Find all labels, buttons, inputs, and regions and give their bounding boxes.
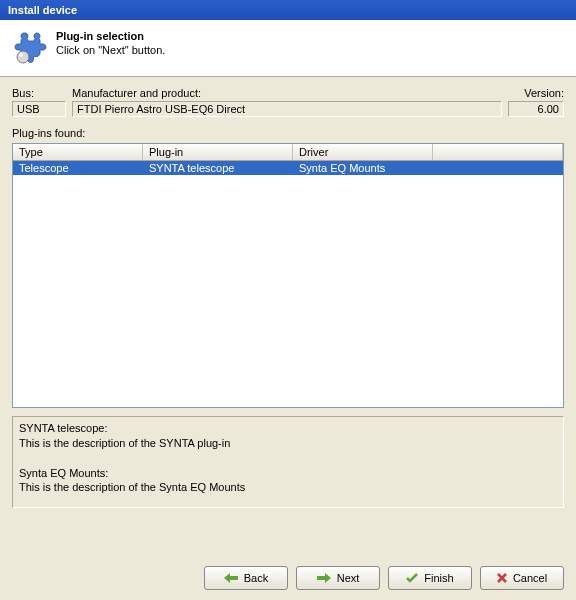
header-heading: Plug-in selection: [56, 30, 165, 42]
back-button[interactable]: Back: [204, 566, 288, 590]
next-label: Next: [337, 572, 360, 584]
cell-plugin: SYNTA telescope: [143, 161, 293, 175]
finish-button[interactable]: Finish: [388, 566, 472, 590]
plugins-table[interactable]: Type Plug-in Driver Telescope SYNTA tele…: [12, 143, 564, 408]
description-box: SYNTA telescope: This is the description…: [12, 416, 564, 508]
next-button[interactable]: Next: [296, 566, 380, 590]
device-info: Bus: Manufacturer and product: Version: …: [12, 87, 564, 117]
bus-value: USB: [12, 101, 66, 117]
arrow-left-icon: [224, 573, 238, 583]
table-header: Type Plug-in Driver: [13, 144, 563, 161]
version-label: Version:: [508, 87, 564, 99]
plugin-icon: [12, 30, 48, 66]
cancel-label: Cancel: [513, 572, 547, 584]
svg-point-0: [17, 51, 29, 63]
cancel-button[interactable]: Cancel: [480, 566, 564, 590]
table-row[interactable]: Telescope SYNTA telescope Synta EQ Mount…: [13, 161, 563, 175]
manufacturer-value: FTDI Pierro Astro USB-EQ6 Direct: [72, 101, 502, 117]
arrow-right-icon: [317, 573, 331, 583]
cell-type: Telescope: [13, 161, 143, 175]
col-plugin[interactable]: Plug-in: [143, 144, 293, 160]
col-driver[interactable]: Driver: [293, 144, 433, 160]
back-label: Back: [244, 572, 268, 584]
content-area: Bus: Manufacturer and product: Version: …: [0, 77, 576, 518]
version-value: 6.00: [508, 101, 564, 117]
close-icon: [497, 573, 507, 583]
svg-point-1: [19, 53, 23, 57]
check-icon: [406, 573, 418, 583]
window-title: Install device: [8, 4, 77, 16]
button-bar: Back Next Finish Cancel: [0, 556, 576, 600]
cell-driver: Synta EQ Mounts: [293, 161, 433, 175]
header-subtext: Click on "Next" button.: [56, 44, 165, 56]
window-titlebar: Install device: [0, 0, 576, 20]
bus-label: Bus:: [12, 87, 66, 99]
header-text: Plug-in selection Click on "Next" button…: [56, 30, 165, 56]
wizard-header: Plug-in selection Click on "Next" button…: [0, 20, 576, 77]
plugins-found-label: Plug-ins found:: [12, 127, 564, 139]
col-type[interactable]: Type: [13, 144, 143, 160]
finish-label: Finish: [424, 572, 453, 584]
manufacturer-label: Manufacturer and product:: [72, 87, 502, 99]
col-extra[interactable]: [433, 144, 563, 160]
